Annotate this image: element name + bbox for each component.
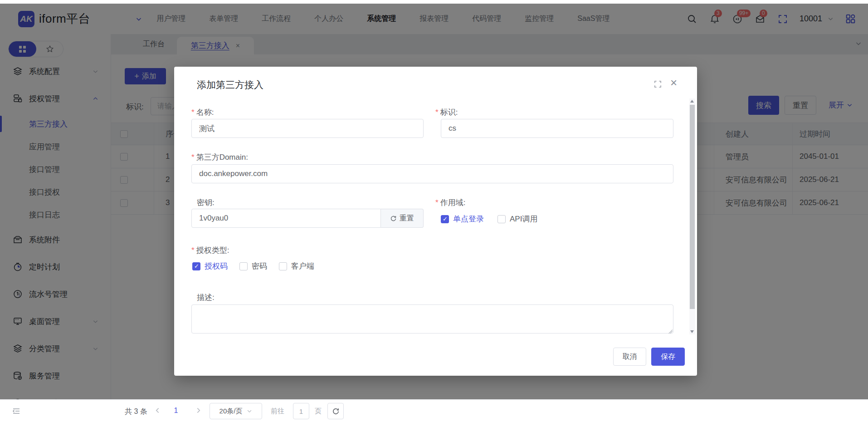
chevron-right-icon[interactable] — [195, 407, 202, 414]
secret-input[interactable] — [191, 209, 381, 228]
app-screen: AK iform平台 用户管理 表单管理 工作流程 个人办公 系统管理 报表管理… — [0, 0, 868, 422]
checkbox-client[interactable]: 客户端 — [279, 261, 314, 271]
scrollbar-thumb[interactable] — [690, 105, 695, 309]
cancel-button[interactable]: 取消 — [613, 348, 646, 366]
refresh-icon — [390, 215, 397, 222]
maximize-icon[interactable] — [654, 80, 662, 88]
close-icon[interactable]: × — [670, 77, 677, 88]
goto-label: 前往 — [271, 407, 284, 416]
page-footer: 共 3 条 1 20条/页 前往 页 — [0, 399, 868, 422]
name-input[interactable] — [191, 119, 424, 138]
name-label: *名称: — [191, 107, 214, 118]
domain-input[interactable] — [191, 164, 673, 183]
dialog-title: 添加第三方接入 — [197, 79, 263, 91]
resize-handle[interactable] — [667, 328, 673, 334]
refresh-button[interactable] — [327, 403, 344, 419]
chevron-down-icon — [247, 408, 252, 414]
save-button[interactable]: 保存 — [651, 348, 685, 366]
domain-label: *第三方Domain: — [191, 152, 248, 162]
page-unit-label: 页 — [315, 407, 322, 416]
pagination-total: 共 3 条 — [125, 407, 147, 417]
description-textarea[interactable] — [191, 304, 673, 334]
top-strip — [0, 0, 868, 4]
checkbox-password[interactable]: 密码 — [239, 261, 267, 271]
code-input[interactable] — [441, 119, 673, 138]
check-icon — [192, 262, 200, 270]
checkbox-sso[interactable]: 单点登录 — [441, 214, 484, 224]
chevron-left-icon[interactable] — [154, 407, 161, 414]
checkbox-auth-code[interactable]: 授权码 — [192, 261, 228, 271]
grant-type-label: *授权类型: — [191, 245, 229, 255]
page-size-select[interactable]: 20条/页 — [210, 403, 262, 419]
goto-page-input[interactable] — [293, 403, 309, 419]
scroll-down-icon[interactable] — [690, 330, 694, 333]
scope-label: *作用域: — [435, 197, 465, 208]
code-label: *标识: — [435, 107, 458, 118]
grant-type-options: 授权码 密码 客户端 — [192, 261, 314, 271]
pagination-page-1[interactable]: 1 — [169, 407, 183, 415]
secret-reset-button[interactable]: 重置 — [381, 209, 424, 228]
secret-label: 密钥: — [197, 197, 215, 208]
sidebar-collapse-icon[interactable] — [11, 406, 21, 416]
refresh-icon — [332, 407, 340, 415]
check-icon — [441, 215, 449, 223]
checkbox-api-call[interactable]: API调用 — [497, 214, 537, 224]
description-label: 描述: — [197, 292, 215, 303]
add-third-party-dialog: 添加第三方接入 × *名称: *标识: *第三方Domain: 密钥: 重置 *… — [174, 67, 697, 376]
scope-options: 单点登录 API调用 — [441, 214, 537, 224]
scroll-up-icon[interactable] — [690, 100, 694, 103]
